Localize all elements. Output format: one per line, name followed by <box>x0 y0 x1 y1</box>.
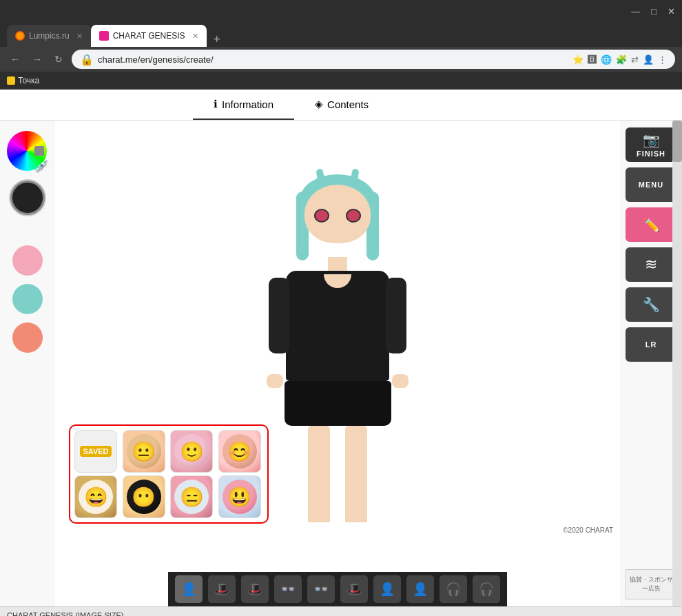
close-button[interactable]: ✕ <box>668 6 675 17</box>
saved-grid: SAVED 😐 🙂 😊 😄 <box>74 430 263 518</box>
menu-label: MENU <box>639 181 663 189</box>
address-bar-row: ← → ↻ 🔒 charat.me/en/genesis/create/ ⭐ 🅱… <box>0 47 682 72</box>
main-content: ℹ Information ◈ Contents 💉 <box>0 90 682 606</box>
sponsor-box: 協賛・スポンサー広告 <box>626 569 676 599</box>
back-button[interactable]: ← <box>7 52 23 66</box>
sponsor-text: 協賛・スポンサー広告 <box>628 575 674 593</box>
sync-icon: ⇄ <box>631 54 639 65</box>
saved-face-4[interactable]: 😄 <box>74 475 117 518</box>
lock-icon: 🔒 <box>80 53 94 66</box>
content-area: 💉 <box>0 121 682 606</box>
url-box[interactable]: 🔒 charat.me/en/genesis/create/ ⭐ 🅱 🌐 🧩 ⇄… <box>72 50 675 69</box>
color-swatch-salmon[interactable] <box>12 322 43 353</box>
finish-button[interactable]: 📷 FINISH <box>626 127 676 162</box>
finish-label: FINISH <box>637 150 665 158</box>
tab-lumpics[interactable]: Lumpics.ru ✕ <box>7 25 91 47</box>
copyright-text: ©2020 CHARAT <box>563 526 613 534</box>
bookmark-tochka-label: Точка <box>18 76 39 85</box>
saved-face-3[interactable]: 😊 <box>218 430 261 473</box>
bookmark-folder-icon <box>7 76 15 85</box>
status-text: CHARAT GENESIS (IMAGE SIZE) <box>7 611 124 617</box>
maximize-button[interactable]: □ <box>651 6 657 17</box>
bottom-icon-hat2[interactable]: 🎩 <box>241 575 269 603</box>
browser-window: — □ ✕ Lumpics.ru ✕ CHARAT GENESIS ✕ + ← … <box>0 0 682 90</box>
reload-button[interactable]: ↻ <box>51 52 66 66</box>
url-text: charat.me/en/genesis/create/ <box>98 54 568 65</box>
saved-item-label[interactable]: SAVED <box>74 430 117 473</box>
bottom-icon-person2[interactable]: 👤 <box>406 575 434 603</box>
character-figure <box>241 174 434 519</box>
forward-button[interactable]: → <box>29 52 45 66</box>
charat-favicon <box>99 31 109 41</box>
left-panel: 💉 <box>0 121 55 606</box>
bottom-icon-face[interactable]: 👤 <box>175 575 203 603</box>
bookmark-bar: Точка <box>0 72 682 90</box>
color-swatch-pink[interactable] <box>12 245 43 276</box>
tab-information[interactable]: ℹ Information <box>193 90 294 120</box>
bottom-icon-headphones2[interactable]: 🎧 <box>473 575 500 603</box>
profile-icon: 👤 <box>643 54 654 65</box>
eraser-button[interactable]: ✏️ <box>626 207 676 242</box>
tab-contents[interactable]: ◈ Contents <box>294 90 389 120</box>
bottom-icon-headphones1[interactable]: 🎧 <box>440 575 467 603</box>
bottom-icon-hat1[interactable]: 🎩 <box>208 575 236 603</box>
waves-icon: ≋ <box>645 256 657 274</box>
globe-icon: 🌐 <box>601 54 612 65</box>
saved-label-text: SAVED <box>80 446 111 457</box>
lr-label: LR <box>645 340 657 349</box>
eraser-icon: ✏️ <box>643 216 660 233</box>
tab-charat-close[interactable]: ✕ <box>192 32 198 41</box>
title-bar: — □ ✕ <box>0 0 682 22</box>
tab-lumpics-label: Lumpics.ru <box>29 31 70 41</box>
tab-bar: Lumpics.ru ✕ CHARAT GENESIS ✕ + <box>0 22 682 47</box>
saved-face-2[interactable]: 🙂 <box>170 430 213 473</box>
color-circle-black[interactable] <box>10 181 45 215</box>
address-bar-icons: ⭐ 🅱 🌐 🧩 ⇄ 👤 ⋮ <box>572 54 667 65</box>
tab-contents-label: Contents <box>327 99 369 110</box>
bottom-icon-glasses2[interactable]: 👓 <box>307 575 335 603</box>
bottom-bar: 👤 🎩 🎩 👓 👓 🎩 👤 👤 🎧 🎧 <box>168 572 507 606</box>
tool-button[interactable]: 🔧 <box>626 287 676 322</box>
waves-button[interactable]: ≋ <box>626 247 676 282</box>
color-wheel-wrapper[interactable]: 💉 <box>7 131 48 172</box>
puzzle-icon: 🧩 <box>616 54 627 65</box>
star-icon[interactable]: ⭐ <box>572 54 583 65</box>
new-tab-button[interactable]: + <box>207 32 228 47</box>
bookmark-tochka[interactable]: Точка <box>7 76 39 85</box>
tab-charat[interactable]: CHARAT GENESIS ✕ <box>91 25 207 47</box>
saved-face-7[interactable]: 😃 <box>218 475 261 518</box>
camera-icon: 📷 <box>643 132 660 148</box>
bottom-icon-hat3[interactable]: 🎩 <box>340 575 368 603</box>
color-swatch-teal[interactable] <box>12 284 43 314</box>
menu-button[interactable]: MENU <box>626 167 676 202</box>
bottom-icon-glasses1[interactable]: 👓 <box>274 575 302 603</box>
scrollbar-thumb[interactable] <box>672 121 682 162</box>
bottom-icon-person1[interactable]: 👤 <box>373 575 401 603</box>
extension-icon: 🅱 <box>588 54 597 65</box>
saved-face-1[interactable]: 😐 <box>123 430 165 473</box>
info-icon: ℹ <box>214 98 218 110</box>
eyedropper-icon: 💉 <box>34 159 48 172</box>
saved-face-5[interactable]: 😶 <box>123 475 165 518</box>
tab-charat-label: CHARAT GENESIS <box>113 31 185 41</box>
status-bar: CHARAT GENESIS (IMAGE SIZE) <box>0 606 682 616</box>
scrollbar[interactable] <box>672 121 682 606</box>
character-area: SAVED 😐 🙂 😊 😄 <box>55 121 620 572</box>
center-canvas: SAVED 😐 🙂 😊 😄 <box>55 121 620 606</box>
wrench-icon: 🔧 <box>643 296 660 313</box>
menu-dots-icon[interactable]: ⋮ <box>658 54 667 65</box>
minimize-button[interactable]: — <box>631 6 640 17</box>
lumpics-favicon <box>15 31 25 41</box>
lr-button[interactable]: LR <box>626 327 676 362</box>
tab-information-label: Information <box>222 99 273 110</box>
app-tabs: ℹ Information ◈ Contents <box>0 90 682 121</box>
saved-panel: SAVED 😐 🙂 😊 😄 <box>69 424 269 524</box>
diamond-icon: ◈ <box>315 98 323 110</box>
saved-face-6[interactable]: 😑 <box>170 475 213 518</box>
tab-lumpics-close[interactable]: ✕ <box>76 32 83 41</box>
